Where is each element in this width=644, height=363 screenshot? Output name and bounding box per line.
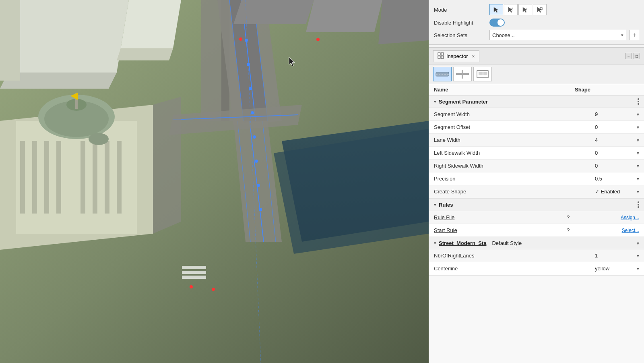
toolbar: Mode + − [429, 0, 644, 45]
shape-column-header: Shape [575, 87, 639, 93]
disable-highlight-toggle[interactable] [489, 19, 505, 27]
svg-marker-58 [494, 7, 498, 12]
lane-width-value: 4 [595, 137, 635, 143]
svg-point-26 [257, 184, 260, 187]
create-shape-label: Create Shape [434, 189, 595, 195]
centerline-expand-icon[interactable]: ▾ [637, 266, 639, 272]
rules-menu-icon[interactable] [638, 201, 639, 208]
right-sidewalk-expand-icon[interactable]: ▾ [637, 163, 639, 169]
start-rule-select-button[interactable]: Select... [607, 228, 639, 233]
rules-header[interactable]: ▾ Rules [429, 199, 644, 211]
mode-select-button[interactable] [489, 4, 503, 15]
lane-width-label: Lane Width [434, 137, 595, 143]
right-sidewalk-label: Right Sidewalk Width [434, 163, 595, 169]
centerline-value: yellow [595, 266, 635, 272]
segment-offset-expand-icon[interactable]: ▾ [637, 124, 639, 130]
street-modern-title: Street_Modern_Sta [439, 240, 486, 246]
left-sidewalk-value: 0 [595, 150, 635, 156]
svg-marker-50 [306, 0, 382, 32]
rule-file-assign-button[interactable]: Assign... [607, 215, 639, 220]
road-segment-tab[interactable] [433, 67, 452, 81]
street-modern-expand-icon[interactable]: ▾ [637, 241, 639, 246]
svg-rect-46 [105, 141, 109, 214]
svg-point-17 [316, 38, 320, 41]
right-panel: Mode + − [429, 0, 644, 363]
viewport-3d[interactable] [0, 0, 429, 363]
create-shape-expand-icon[interactable]: ▾ [637, 189, 639, 195]
segment-width-label: Segment Width [434, 111, 595, 117]
inspector-header: Inspector × − □ [429, 48, 644, 64]
maximize-button[interactable]: □ [634, 53, 640, 59]
svg-rect-68 [441, 56, 444, 58]
nbr-right-lanes-row: NbrOfRightLanes 1 ▾ [429, 249, 644, 262]
mode-buttons: + − [489, 4, 547, 15]
create-shape-row: Create Shape ✓ Enabled ▾ [429, 185, 644, 198]
segment-parameter-header[interactable]: ▾ Segment Parameter [429, 95, 644, 108]
svg-marker-31 [121, 0, 181, 48]
precision-expand-icon[interactable]: ▾ [637, 176, 639, 182]
segment-width-value: 9 [595, 111, 635, 117]
lane-width-expand-icon[interactable]: ▾ [637, 137, 639, 143]
inspector-close-button[interactable]: × [472, 54, 475, 59]
svg-rect-67 [438, 56, 440, 58]
section-menu-icon[interactable] [638, 98, 639, 105]
selection-sets-dropdown[interactable]: Choose... ▾ [489, 30, 626, 40]
minimize-button[interactable]: − [625, 53, 632, 59]
svg-marker-48 [153, 97, 181, 234]
collapse-arrow-icon: ▾ [434, 99, 436, 104]
svg-rect-42 [44, 141, 49, 214]
segment-offset-row: Segment Offset 0 ▾ [429, 121, 644, 134]
intersection-tab[interactable] [453, 67, 472, 81]
svg-marker-32 [117, 48, 173, 60]
name-column-header: Name [434, 87, 575, 93]
nbr-right-lanes-expand-icon[interactable]: ▾ [637, 253, 639, 259]
svg-point-16 [239, 37, 242, 41]
inspector-content[interactable]: ▾ Segment Parameter Segment Width 9 ▾ Se… [429, 95, 644, 363]
block-tab[interactable] [473, 67, 492, 81]
rules-collapse-icon: ▾ [434, 202, 436, 207]
svg-marker-49 [233, 0, 314, 24]
left-sidewalk-label: Left Sidewalk Width [434, 150, 595, 156]
svg-rect-65 [438, 53, 440, 55]
segment-offset-value: 0 [595, 124, 635, 130]
column-headers: Name Shape [429, 84, 644, 95]
dropdown-chevron-icon: ▾ [621, 33, 623, 38]
svg-point-27 [259, 208, 262, 211]
svg-rect-78 [483, 72, 487, 75]
svg-rect-54 [182, 271, 206, 274]
svg-rect-43 [56, 141, 61, 214]
svg-marker-28 [8, 0, 129, 73]
rule-file-value: ? [567, 214, 607, 220]
svg-text:−: − [526, 6, 528, 10]
segment-width-expand-icon[interactable]: ▾ [637, 112, 639, 117]
precision-row: Precision 0.5 ▾ [429, 172, 644, 185]
svg-point-18 [190, 285, 193, 288]
mode-replace-button[interactable] [533, 4, 547, 15]
disable-highlight-label: Disable Highlight [434, 20, 486, 26]
segment-parameter-section: ▾ Segment Parameter Segment Width 9 ▾ Se… [429, 95, 644, 199]
add-selection-set-button[interactable]: + [630, 30, 639, 40]
svg-point-19 [212, 288, 215, 291]
right-sidewalk-row: Right Sidewalk Width 0 ▾ [429, 160, 644, 172]
street-modern-collapse-icon: ▾ [434, 241, 436, 246]
segment-parameter-title: Segment Parameter [439, 99, 488, 105]
svg-rect-47 [117, 141, 122, 214]
nbr-right-lanes-value: 1 [595, 253, 635, 259]
left-sidewalk-row: Left Sidewalk Width 0 ▾ [429, 147, 644, 160]
svg-rect-45 [93, 141, 97, 214]
precision-value: 0.5 [595, 176, 635, 182]
centerline-row: Centerline yellow ▾ [429, 262, 644, 275]
svg-point-24 [253, 135, 256, 139]
inspector-tab[interactable]: Inspector × [433, 50, 479, 62]
precision-label: Precision [434, 176, 595, 182]
rule-file-label[interactable]: Rule File [434, 214, 567, 220]
mode-remove-button[interactable]: − [518, 4, 532, 15]
street-modern-style-value: Default Style [489, 240, 633, 246]
right-sidewalk-value: 0 [595, 163, 635, 169]
start-rule-label[interactable]: Start Rule [434, 227, 567, 233]
svg-rect-44 [80, 141, 85, 214]
create-shape-value: ✓ Enabled [595, 189, 635, 195]
street-modern-header[interactable]: ▾ Street_Modern_Sta Default Style ▾ [429, 237, 644, 249]
left-sidewalk-expand-icon[interactable]: ▾ [637, 150, 639, 156]
mode-add-button[interactable]: + [504, 4, 518, 15]
